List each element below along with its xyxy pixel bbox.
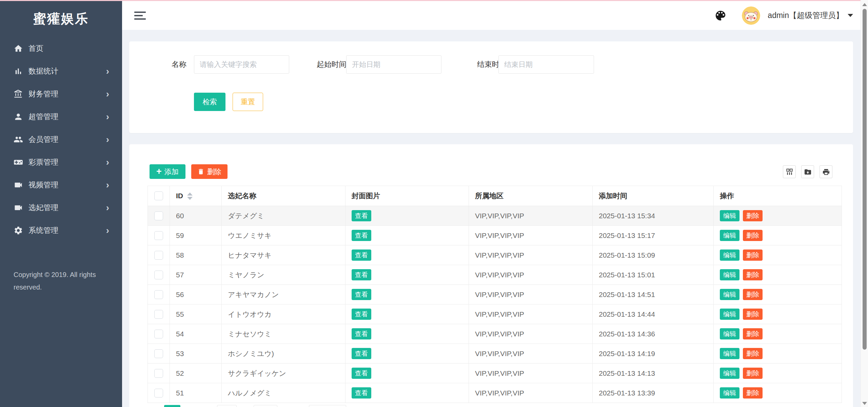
delete-button[interactable]: 删除 <box>743 289 763 300</box>
export-button[interactable] <box>801 165 814 178</box>
cell-region: VIP,VIP,VIP,VIP <box>469 324 593 344</box>
cell-name: イトウオウカ <box>222 304 346 324</box>
theme-palette-icon[interactable] <box>714 9 727 22</box>
sort-icon[interactable] <box>187 192 193 200</box>
end-date-input[interactable] <box>498 55 594 74</box>
delete-button[interactable]: 删除 <box>743 328 763 339</box>
sidebar-item-lottery[interactable]: 彩票管理 › <box>0 151 122 173</box>
row-checkbox[interactable] <box>154 290 163 299</box>
brand-logo: 蜜獾娱乐 <box>0 1 122 36</box>
edit-button[interactable]: 编辑 <box>720 309 739 320</box>
edit-button[interactable]: 编辑 <box>720 348 739 359</box>
edit-button[interactable]: 编辑 <box>720 249 739 261</box>
row-checkbox[interactable] <box>154 251 163 260</box>
edit-button[interactable]: 编辑 <box>720 210 739 221</box>
scrollbar[interactable] <box>861 0 868 407</box>
cell-name: ダテメグミ <box>222 206 346 226</box>
row-checkbox[interactable] <box>154 389 163 397</box>
view-button[interactable]: 查看 <box>352 348 371 359</box>
row-checkbox[interactable] <box>154 310 163 319</box>
column-header-id[interactable]: ID <box>170 186 222 206</box>
edit-button[interactable]: 编辑 <box>720 289 739 300</box>
edit-button[interactable]: 编辑 <box>720 387 739 399</box>
page-button[interactable] <box>217 405 237 407</box>
delete-button[interactable]: 删除 <box>743 269 763 280</box>
table-header-row: ID 选妃名称 封面图片 所属地区 添加时间 操作 <box>148 186 842 206</box>
cell-region: VIP,VIP,VIP,VIP <box>469 383 593 403</box>
view-button[interactable]: 查看 <box>352 210 371 221</box>
view-button[interactable]: 查看 <box>352 328 371 339</box>
table-row: 52 サクラギイッケン 查看 VIP,VIP,VIP,VIP 2025-01-1… <box>148 364 842 383</box>
sidebar-item-statistics[interactable]: 数据统计 › <box>0 60 122 82</box>
cell-time: 2025-01-13 15:17 <box>593 226 714 245</box>
view-button[interactable]: 查看 <box>352 368 371 379</box>
sidebar-item-home[interactable]: 首页 <box>0 37 122 60</box>
sidebar-item-video[interactable]: 视频管理 › <box>0 173 122 196</box>
cell-name: アキヤマカノン <box>222 285 346 304</box>
cell-id: 59 <box>170 226 222 245</box>
sidebar-item-label: 数据统计 <box>28 66 58 76</box>
delete-button[interactable]: 删除 <box>743 210 763 221</box>
view-button[interactable]: 查看 <box>352 387 371 399</box>
gamepad-icon <box>14 158 23 167</box>
avatar[interactable] <box>742 6 760 25</box>
sidebar-item-label: 会员管理 <box>28 134 58 145</box>
chevron-right-icon: › <box>106 158 109 167</box>
page-button[interactable] <box>254 405 277 407</box>
keyword-input[interactable] <box>194 55 289 74</box>
caret-down-icon[interactable] <box>848 14 853 17</box>
page-button[interactable] <box>309 405 346 407</box>
select-all-checkbox[interactable] <box>154 191 163 200</box>
view-button[interactable]: 查看 <box>352 269 371 280</box>
view-button[interactable]: 查看 <box>352 249 371 261</box>
page-button-current[interactable]: 1 <box>164 405 180 407</box>
search-button[interactable]: 检索 <box>194 93 225 111</box>
delete-button[interactable]: 删除 <box>743 368 763 379</box>
delete-button[interactable]: 删除 <box>743 348 763 359</box>
sidebar-item-superadmin[interactable]: 超管管理 › <box>0 105 122 128</box>
row-checkbox[interactable] <box>154 330 163 338</box>
delete-button[interactable]: 删除 <box>743 249 763 261</box>
cell-region: VIP,VIP,VIP,VIP <box>469 245 593 265</box>
menu-toggle-button[interactable] <box>134 10 148 21</box>
delete-button-label: 删除 <box>207 167 221 177</box>
row-checkbox[interactable] <box>154 271 163 279</box>
sidebar-item-system[interactable]: 系统管理 › <box>0 219 122 242</box>
column-header-time: 添加时间 <box>593 186 714 206</box>
print-button[interactable] <box>820 165 832 178</box>
view-button[interactable]: 查看 <box>352 230 371 241</box>
row-checkbox[interactable] <box>154 231 163 240</box>
columns-toggle-button[interactable] <box>783 165 796 178</box>
delete-button[interactable]: 删除 <box>743 309 763 320</box>
row-checkbox[interactable] <box>154 211 163 220</box>
sidebar-item-finance[interactable]: 财务管理 › <box>0 82 122 105</box>
start-date-input[interactable] <box>346 55 441 74</box>
scrollbar-up-arrow[interactable] <box>862 3 867 6</box>
delete-button[interactable]: 删除 <box>743 387 763 399</box>
row-checkbox[interactable] <box>154 369 163 378</box>
edit-button[interactable]: 编辑 <box>720 269 739 280</box>
sidebar-item-members[interactable]: 会员管理 › <box>0 128 122 151</box>
reset-button[interactable]: 重置 <box>233 93 263 111</box>
sidebar-menu: 首页 数据统计 › 财务管理 › 超管管理 › 会员管理 › 彩票管理 › <box>0 37 122 242</box>
edit-button[interactable]: 编辑 <box>720 368 739 379</box>
sidebar-item-label: 彩票管理 <box>28 157 58 167</box>
table-row: 59 ウエノミサキ 查看 VIP,VIP,VIP,VIP 2025-01-13 … <box>148 226 842 245</box>
edit-button[interactable]: 编辑 <box>720 328 739 339</box>
add-button[interactable]: + 添加 <box>150 164 185 179</box>
view-button[interactable]: 查看 <box>352 289 371 300</box>
bulk-delete-button[interactable]: 删除 <box>191 164 228 179</box>
user-dropdown[interactable]: admin【超级管理员】 <box>768 10 844 21</box>
edit-button[interactable]: 编辑 <box>720 230 739 241</box>
sidebar-item-concubine[interactable]: 选妃管理 › <box>0 196 122 219</box>
scrollbar-thumb[interactable] <box>863 9 867 350</box>
trash-icon <box>197 168 204 175</box>
row-checkbox[interactable] <box>154 349 163 358</box>
top-progress-line <box>0 0 868 1</box>
column-header-cover: 封面图片 <box>346 186 469 206</box>
table-row: 60 ダテメグミ 查看 VIP,VIP,VIP,VIP 2025-01-13 1… <box>148 206 842 226</box>
view-button[interactable]: 查看 <box>352 309 371 320</box>
delete-button[interactable]: 删除 <box>743 230 763 241</box>
scrollbar-down-arrow[interactable] <box>862 402 867 405</box>
sidebar: 蜜獾娱乐 首页 数据统计 › 财务管理 › 超管管理 › 会员管理 › <box>0 1 122 407</box>
